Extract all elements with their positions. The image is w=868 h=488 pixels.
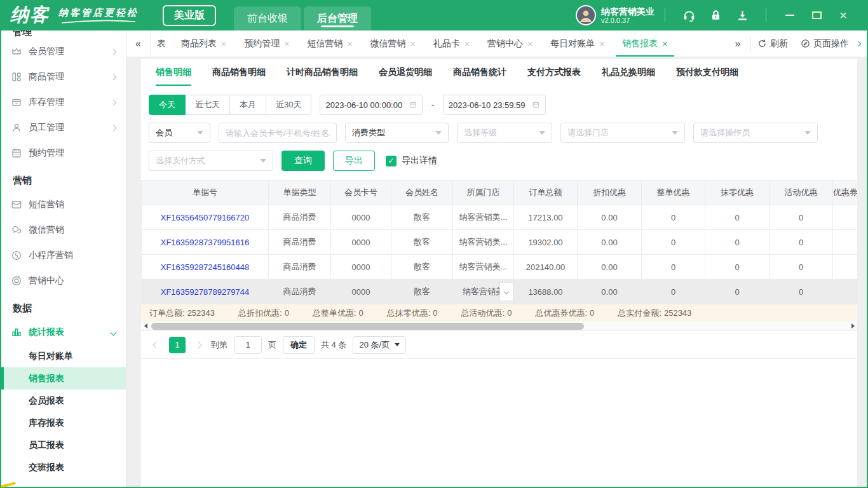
goods-icon	[11, 71, 22, 83]
horizontal-scrollbar[interactable]	[141, 322, 857, 331]
search-button[interactable]: 查询	[281, 151, 325, 171]
lock-icon[interactable]	[709, 8, 722, 22]
member-type-select[interactable]: 会员	[149, 123, 210, 143]
member-search-field[interactable]	[219, 123, 337, 143]
sidebar-item-wechat-marketing[interactable]: 微信营销	[1, 217, 126, 243]
export-detail-checkbox-group[interactable]: ✓ 导出详情	[386, 155, 437, 166]
close-tab-icon[interactable]: ×	[410, 39, 416, 49]
member-search-input[interactable]	[226, 128, 330, 138]
maximize-button[interactable]	[810, 8, 824, 22]
sidebar-item-products[interactable]: 商品管理	[1, 64, 126, 90]
range-7days-button[interactable]: 近七天	[185, 95, 230, 115]
tagline-underline-swoosh	[60, 19, 137, 24]
sidebar-item-marketing-center[interactable]: 营销中心	[1, 268, 126, 294]
close-tab-icon[interactable]: ×	[347, 39, 352, 49]
subtab-timed-product-sales-detail[interactable]: 计时商品销售明细	[287, 59, 358, 86]
range-today-button[interactable]: 今天	[149, 95, 186, 115]
page-size-select[interactable]: 20 条/页	[353, 336, 406, 354]
nav-tab-backoffice[interactable]: 后台管理	[304, 6, 371, 30]
subtab-product-sales-detail[interactable]: 商品销售明细	[212, 59, 266, 86]
scrollbar-track[interactable]	[150, 323, 848, 330]
store-select[interactable]: 请选择门店	[560, 123, 685, 143]
scroll-right-arrow[interactable]	[848, 323, 857, 329]
expand-tabs-button[interactable]: »	[725, 30, 750, 57]
prev-page-button[interactable]	[150, 342, 163, 348]
sidebar-item-miniprogram-marketing[interactable]: 小程序营销	[1, 243, 126, 268]
subtab-prepayment-detail[interactable]: 预付款支付明细	[676, 59, 738, 86]
payment-method-select[interactable]: 选择支付方式	[149, 151, 273, 171]
summary-rounding-total: 总抹零优惠:0	[387, 308, 438, 319]
collapse-tabs-button[interactable]: «	[126, 30, 151, 57]
sidebar-item-inventory[interactable]: 库存管理	[1, 90, 126, 115]
report-card: 销售明细 商品销售明细 计时商品销售明细 会员退货明细 商品销售统计 支付方式报…	[141, 59, 857, 487]
goto-page-input[interactable]	[234, 336, 262, 354]
date-from-field[interactable]	[320, 95, 423, 115]
range-30days-button[interactable]: 近30天	[266, 95, 311, 115]
sidebar-subitem-sales-report[interactable]: 销售报表	[1, 367, 126, 390]
open-tab-wechat[interactable]: 微信营销×	[362, 30, 424, 57]
order-link[interactable]: XF16356450779166720	[142, 205, 269, 230]
checkbox-checked-icon[interactable]: ✓	[386, 156, 397, 166]
sidebar-subitem-shift-report[interactable]: 交班报表	[1, 456, 126, 478]
sidebar-subitem-staff-report[interactable]: 员工报表	[1, 434, 126, 456]
close-tab-icon[interactable]: ×	[284, 39, 289, 49]
close-tab-icon[interactable]: ×	[662, 39, 667, 49]
export-button[interactable]: 导出	[333, 151, 375, 171]
minimize-button[interactable]	[783, 8, 797, 22]
subtab-member-returns-detail[interactable]: 会员退货明细	[379, 59, 432, 86]
subtab-payment-method-report[interactable]: 支付方式报表	[527, 59, 581, 86]
order-link[interactable]: XF16359287379951616	[142, 230, 269, 255]
date-to-field[interactable]	[443, 95, 546, 115]
close-tab-icon[interactable]: ×	[465, 39, 470, 49]
close-tab-icon[interactable]: ×	[221, 39, 226, 49]
refresh-button[interactable]: 刷新	[751, 30, 794, 57]
sidebar-item-members[interactable]: 会员管理	[1, 39, 126, 64]
scroll-left-arrow[interactable]	[141, 323, 150, 329]
crown-icon	[11, 46, 22, 57]
nav-tab-cashier[interactable]: 前台收银	[234, 6, 301, 30]
level-select[interactable]: 选择等级	[457, 123, 552, 143]
operator-select[interactable]: 请选择操作员	[693, 123, 818, 143]
row-expander[interactable]	[499, 282, 513, 301]
order-link[interactable]: XF16359287245160448	[142, 255, 269, 280]
envelope-icon	[11, 199, 22, 210]
open-tab-sms[interactable]: 短信营销×	[298, 30, 361, 57]
sidebar-item-sms-marketing[interactable]: 短信营销	[1, 192, 126, 217]
date-from-input[interactable]	[325, 100, 407, 110]
open-tab-appointments[interactable]: 预约管理×	[235, 30, 298, 57]
open-tab-marketing-center[interactable]: 营销中心×	[478, 30, 541, 57]
more-actions-chevron[interactable]	[855, 30, 867, 57]
sidebar-item-appointments[interactable]: 预约管理	[1, 140, 126, 166]
open-tab-product-list[interactable]: 商品列表×	[172, 30, 235, 57]
page-actions-button[interactable]: 页面操作	[794, 30, 855, 57]
open-tab-daily-statement[interactable]: 每日对账单×	[541, 30, 613, 57]
download-icon[interactable]	[735, 8, 749, 22]
next-page-button[interactable]	[192, 342, 205, 348]
open-tab-clipped[interactable]: 表	[151, 30, 172, 57]
sidebar-subitem-daily-statement[interactable]: 每日对账单	[1, 345, 126, 367]
sidebar-subitem-member-report[interactable]: 会员报表	[1, 390, 126, 412]
header-right: 纳客营销美业 v2.0.0.37	[576, 5, 867, 25]
consume-type-select[interactable]: 消费类型	[345, 123, 449, 143]
sidebar-subitem-inventory-report[interactable]: 库存报表	[1, 412, 126, 434]
calendar-icon	[532, 100, 539, 109]
open-tab-giftcard[interactable]: 礼品卡×	[424, 30, 478, 57]
subtab-sales-detail[interactable]: 销售明细	[156, 59, 191, 86]
scrollbar-thumb[interactable]	[151, 323, 584, 330]
open-tab-sales-report[interactable]: 销售报表×	[613, 30, 676, 57]
date-to-input[interactable]	[449, 100, 530, 110]
subtab-gift-redemption-detail[interactable]: 礼品兑换明细	[602, 59, 655, 86]
close-tab-icon[interactable]: ×	[599, 39, 604, 49]
edition-button[interactable]: 美业版	[163, 5, 216, 26]
current-page-button[interactable]: 1	[169, 337, 186, 353]
subtab-product-sales-stats[interactable]: 商品销售统计	[453, 59, 506, 86]
sidebar-item-statistics-reports[interactable]: 统计报表	[1, 320, 126, 345]
confirm-page-button[interactable]: 确定	[283, 336, 315, 354]
range-month-button[interactable]: 本月	[229, 95, 266, 115]
sidebar-item-staff[interactable]: 员工管理	[1, 115, 126, 140]
close-tab-icon[interactable]: ×	[527, 39, 532, 49]
order-link[interactable]: XF16359278789279744	[142, 280, 269, 304]
close-button[interactable]: ×	[836, 8, 850, 22]
customer-service-icon[interactable]	[682, 8, 696, 22]
avatar[interactable]	[576, 5, 596, 25]
